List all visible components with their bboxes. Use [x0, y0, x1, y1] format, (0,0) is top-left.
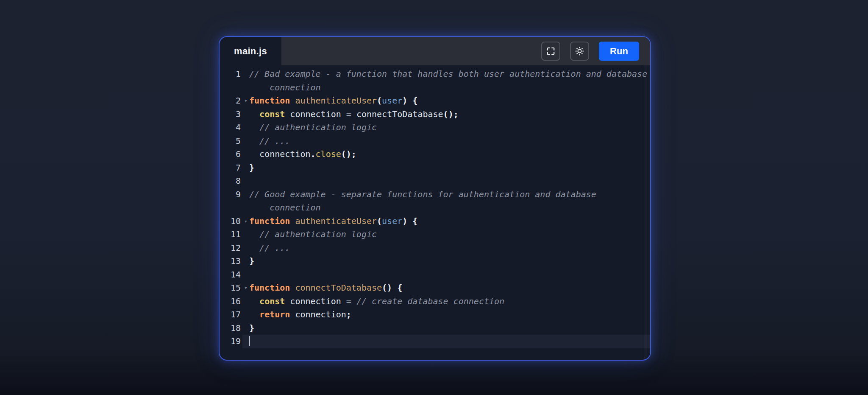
code-token-pu: }: [249, 256, 254, 266]
line-body: // Good example - separate functions for…: [242, 188, 650, 215]
line-body: [242, 268, 650, 282]
fold-gutter-spacer: [242, 161, 249, 175]
code-line[interactable]: 13}: [220, 255, 650, 268]
line-body: }: [242, 322, 650, 335]
line-body: }: [242, 161, 650, 175]
line-number: 13: [220, 255, 242, 268]
line-number: 15: [220, 281, 242, 295]
fold-gutter-spacer: [242, 322, 249, 335]
fold-gutter-spacer: [242, 188, 249, 215]
code-token-fn: connectToDatabase: [295, 283, 382, 293]
theme-toggle-button[interactable]: [570, 42, 589, 61]
fold-gutter-spacer: [242, 308, 249, 322]
line-number: 11: [220, 228, 242, 241]
code-text: // authentication logic: [249, 121, 650, 134]
line-body: // authentication logic: [242, 121, 650, 134]
code-token-pl: connection: [285, 296, 346, 306]
line-number: 5: [220, 134, 242, 148]
line-number: 16: [220, 295, 242, 308]
code-token-pu: }: [249, 162, 254, 173]
code-token-pu: }: [249, 323, 254, 333]
code-token-pl: [249, 309, 259, 319]
page-background: main.js: [0, 0, 868, 395]
line-number: 9: [220, 188, 242, 215]
code-text: // ...: [249, 241, 650, 255]
line-body: // ...: [242, 134, 650, 148]
fold-gutter-spacer: [242, 121, 249, 134]
line-body: [242, 174, 650, 188]
run-button[interactable]: Run: [599, 42, 639, 61]
code-text: // ...: [249, 134, 650, 148]
line-body: // authentication logic: [242, 228, 650, 241]
code-text: // authentication logic: [249, 228, 650, 241]
code-token-pu: ();: [341, 149, 356, 159]
code-line[interactable]: 11 // authentication logic: [220, 228, 650, 241]
code-token-pu: (): [382, 283, 392, 293]
code-token-mt: close: [316, 149, 341, 159]
fold-gutter-spacer: [242, 268, 249, 282]
code-line[interactable]: 9// Good example - separate functions fo…: [220, 188, 650, 215]
code-line[interactable]: 17 return connection;: [220, 308, 650, 322]
code-line[interactable]: 16 const connection = // create database…: [220, 295, 650, 308]
fold-arrow-icon[interactable]: ▾: [242, 94, 249, 108]
fold-arrow-icon[interactable]: ▾: [242, 215, 249, 228]
fold-gutter-spacer: [242, 108, 249, 121]
code-token-comment: // Good example - separate functions for…: [249, 189, 601, 213]
code-lines-container: 1// Bad example - a function that handle…: [220, 67, 650, 348]
fold-arrow-icon[interactable]: ▾: [242, 281, 249, 295]
code-line[interactable]: 12 // ...: [220, 241, 650, 255]
code-line[interactable]: 5 // ...: [220, 134, 650, 148]
code-line[interactable]: 1// Bad example - a function that handle…: [220, 67, 650, 94]
line-body: // Bad example - a function that handles…: [242, 67, 650, 94]
active-line: [242, 335, 650, 348]
code-token-pu: ;: [346, 309, 351, 319]
code-token-pl: connection: [249, 149, 311, 159]
code-line[interactable]: 6 connection.close();: [220, 148, 650, 161]
line-number: 1: [220, 67, 242, 94]
fold-gutter-spacer: [242, 67, 249, 94]
code-line[interactable]: 19: [220, 335, 650, 348]
code-token-fn: authenticateUser: [295, 216, 377, 226]
code-token-pl: [392, 283, 397, 293]
code-line[interactable]: 18}: [220, 322, 650, 335]
code-text: const connection = // create database co…: [249, 295, 650, 308]
line-body: ▾function authenticateUser(user) {: [242, 215, 650, 228]
tab-main-js[interactable]: main.js: [220, 37, 281, 65]
code-line[interactable]: 7}: [220, 161, 650, 175]
code-token-fn: authenticateUser: [295, 95, 377, 106]
sun-brightness-icon: [575, 46, 584, 56]
fold-gutter-spacer: [242, 241, 249, 255]
code-token-comment: // create database connection: [356, 296, 504, 306]
code-token-pl: [290, 283, 295, 293]
code-line[interactable]: 3 const connection = connectToDatabase()…: [220, 108, 650, 121]
line-number: 3: [220, 108, 242, 121]
code-area[interactable]: 1// Bad example - a function that handle…: [220, 65, 650, 360]
fold-gutter-spacer: [242, 335, 249, 348]
code-token-op: =: [346, 109, 351, 119]
code-token-kw: return: [259, 309, 290, 319]
line-number: 17: [220, 308, 242, 322]
code-line[interactable]: 8: [220, 174, 650, 188]
code-token-pl: [249, 122, 259, 132]
code-token-pl: [249, 109, 259, 119]
line-number: 6: [220, 148, 242, 161]
code-text: }: [249, 255, 650, 268]
code-line[interactable]: 2▾function authenticateUser(user) {: [220, 94, 650, 108]
code-token-pu: ): [402, 95, 407, 106]
code-line[interactable]: 10▾function authenticateUser(user) {: [220, 215, 650, 228]
code-line[interactable]: 15▾function connectToDatabase() {: [220, 281, 650, 295]
line-number: 7: [220, 161, 242, 175]
line-number: 14: [220, 268, 242, 282]
code-line[interactable]: 14: [220, 268, 650, 282]
code-token-pu: {: [412, 216, 417, 226]
code-token-pu: ();: [443, 109, 459, 119]
code-token-kw: function: [249, 95, 290, 106]
fullscreen-button[interactable]: [541, 42, 560, 61]
fold-gutter-spacer: [242, 174, 249, 188]
code-line[interactable]: 4 // authentication logic: [220, 121, 650, 134]
scrollbar-track[interactable]: [644, 65, 647, 360]
line-body: const connection = connectToDatabase();: [242, 108, 650, 121]
code-text: function connectToDatabase() {: [249, 281, 650, 295]
line-number: 12: [220, 241, 242, 255]
fold-gutter-spacer: [242, 255, 249, 268]
